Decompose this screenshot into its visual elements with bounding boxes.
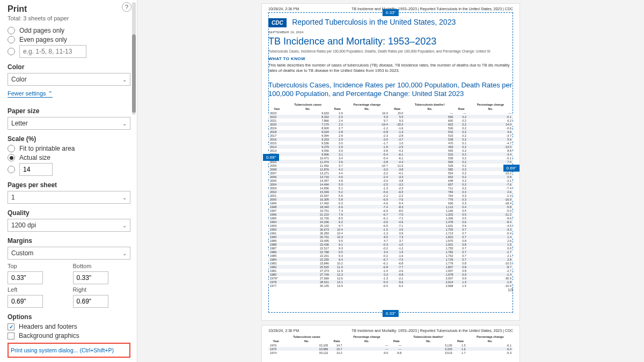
margin-left-input[interactable] [8, 295, 43, 308]
panel-title: Print [8, 4, 130, 14]
main-heading: TB Incidence and Mortality: 1953–2023 [268, 36, 513, 47]
margin-tag-top: 0.33" [383, 9, 399, 16]
margin-tag-left: 0.69" [263, 154, 279, 161]
pps-select[interactable]: 1 ⌄ [8, 191, 130, 204]
checkbox-icon [8, 333, 14, 339]
chevron-down-icon: ⌄ [122, 223, 127, 228]
checkbox-icon [8, 323, 14, 330]
margin-bottom-label: Bottom [73, 263, 131, 269]
help-button[interactable]: ? [122, 2, 131, 12]
panel-scrollbar-thumb[interactable] [132, 34, 136, 113]
color-label: Color [8, 63, 130, 71]
scale-fit-option[interactable]: Fit to printable area [8, 145, 130, 152]
pages-odd-option[interactable]: Odd pages only [8, 27, 130, 34]
cdc-logo: CDC [268, 18, 287, 27]
margins-label: Margins [8, 237, 130, 245]
scale-custom-option[interactable] [8, 163, 130, 176]
preview-page-2: 10/28/24, 2:36 PM TB Incidence and Morta… [262, 326, 519, 362]
color-select[interactable]: Color ⌄ [8, 73, 130, 86]
chevron-up-icon: ⌃ [48, 90, 53, 97]
margin-tag-right: 0.69" [503, 165, 519, 172]
margin-top-input[interactable] [8, 271, 43, 284]
chevron-down-icon: ⌄ [122, 195, 127, 201]
radio-icon [8, 154, 15, 161]
background-graphics-option[interactable]: Background graphics [8, 332, 130, 339]
chevron-down-icon: ⌄ [122, 121, 127, 127]
scale-actual-option[interactable]: Actual size [8, 154, 130, 161]
page-footer: 1/3 [508, 288, 513, 292]
pps-label: Pages per sheet [8, 181, 130, 189]
pages-custom-option[interactable] [8, 45, 130, 58]
what-to-know-label: WHAT TO KNOW [268, 56, 513, 61]
margin-bottom-input[interactable] [73, 271, 108, 284]
scale-custom-input[interactable] [19, 163, 53, 176]
radio-icon [8, 166, 15, 173]
scale-label: Scale (%) [8, 135, 130, 143]
tb-data-table: Tuberculosis casesPercentage changeTuber… [268, 335, 513, 354]
doc-title: Reported Tuberculosis in the United Stat… [292, 18, 456, 26]
margin-tag-bottom: 0.33" [383, 310, 399, 317]
radio-icon [8, 145, 15, 152]
quality-label: Quality [8, 209, 130, 217]
margins-select[interactable]: Custom ⌄ [8, 247, 130, 260]
margin-left-label: Left [8, 286, 65, 293]
options-label: Options [8, 313, 130, 321]
date-stamp: SEPTEMBER 19, 2024 [268, 31, 513, 34]
page-header: 10/28/24, 2:36 PM TB Incidence and Morta… [268, 329, 513, 333]
radio-icon [8, 36, 15, 43]
paper-size-select[interactable]: Letter ⌄ [8, 117, 130, 130]
chevron-down-icon: ⌄ [122, 77, 127, 83]
print-panel: ? Print Total: 3 sheets of paper Odd pag… [0, 0, 137, 362]
fewer-settings-link[interactable]: Fewer settings ⌃ [8, 90, 53, 98]
tb-data-table: Tuberculosis casesPercentage changeTuber… [268, 102, 513, 287]
print-preview: 0.33" 0.69" 0.69" 0.33" 10/28/24, 2:36 P… [137, 0, 644, 362]
headers-footers-option[interactable]: Headers and footers [8, 323, 130, 330]
radio-icon [8, 48, 15, 55]
pages-custom-input[interactable] [19, 45, 86, 58]
table-heading: Tuberculosis Cases, Incidence Rates per … [268, 81, 513, 99]
sheet-count: Total: 3 sheets of paper [8, 15, 130, 21]
quality-select[interactable]: 1200 dpi ⌄ [8, 219, 130, 232]
preview-page-1: 0.33" 0.69" 0.69" 0.33" 10/28/24, 2:36 P… [262, 4, 519, 320]
margin-right-input[interactable] [73, 295, 108, 308]
description: This table describes the number of cases… [268, 63, 513, 73]
caption: Tuberculosis Cases, Incidence Rates per … [268, 49, 513, 53]
radio-icon [8, 27, 15, 34]
margin-top-label: Top [8, 263, 65, 269]
pages-even-option[interactable]: Even pages only [8, 36, 130, 43]
margin-right-label: Right [73, 286, 131, 293]
chevron-down-icon: ⌄ [122, 250, 127, 256]
paper-size-label: Paper size [8, 107, 130, 115]
system-dialog-link[interactable]: Print using system dialog... (Ctrl+Shift… [11, 347, 114, 353]
system-dialog-highlight: Print using system dialog... (Ctrl+Shift… [8, 343, 130, 358]
